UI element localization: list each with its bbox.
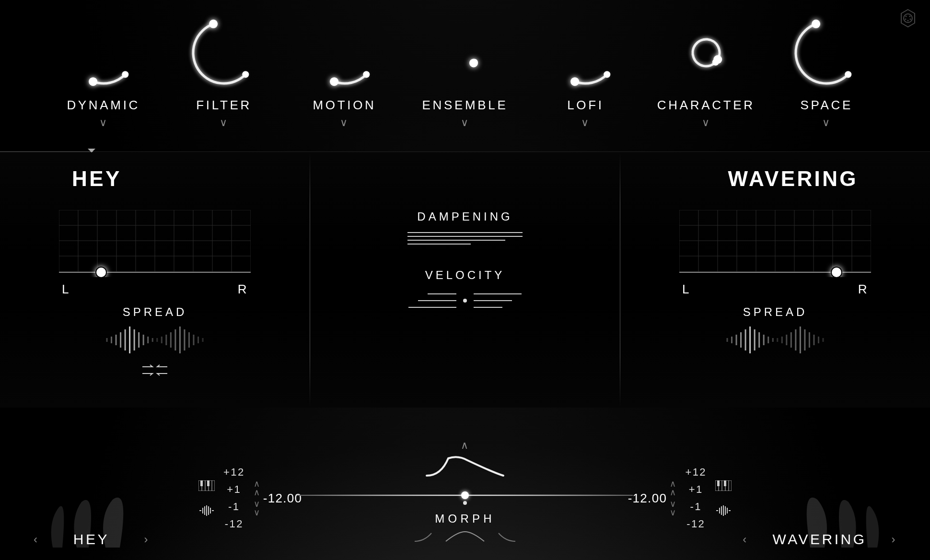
morph-slider[interactable] — [297, 488, 633, 502]
knob-dial[interactable] — [783, 10, 870, 96]
source-selector-right: ‹ WAVERING › — [743, 531, 896, 548]
svg-point-78 — [831, 267, 842, 277]
knob-label: DYNAMIC — [67, 98, 140, 113]
pitch-block-right: +12+1-1-12 -12.00 ∧∧∨∨ — [607, 465, 732, 531]
mid-panel: HEY L R SPREAD DAMPENING VE — [0, 152, 930, 408]
pan-right-L: L — [682, 282, 690, 297]
chevron-down-icon[interactable]: ∨ — [581, 117, 590, 128]
knob-row: DYNAMIC ∨ FILTER ∨ MOTION ∨ ENSEMBLE ∨ L… — [0, 0, 930, 149]
envelope-icon[interactable] — [422, 454, 508, 480]
svg-rect-120 — [717, 480, 720, 486]
knob-space: SPACE ∨ — [774, 10, 879, 128]
morph-curve-selector[interactable] — [412, 529, 518, 544]
divider — [0, 152, 930, 152]
knob-dial[interactable] — [542, 10, 628, 96]
knob-dial[interactable] — [302, 10, 388, 96]
pitch-step-button[interactable]: -1 — [682, 500, 709, 514]
waveform-icon[interactable] — [198, 505, 215, 516]
keyboard-icon[interactable] — [715, 480, 732, 491]
right-column: WAVERING L R SPREAD — [620, 152, 930, 408]
keyboard-icon[interactable] — [198, 480, 215, 491]
svg-point-18 — [713, 55, 722, 64]
pitch-step-button[interactable]: +1 — [221, 482, 248, 497]
chevron-down-icon[interactable]: ∨ — [702, 117, 710, 128]
svg-rect-121 — [724, 480, 726, 486]
svg-point-8 — [89, 77, 97, 86]
chevron-down-icon[interactable]: ∨ — [99, 117, 108, 128]
pan-left-L: L — [62, 282, 70, 297]
tune-stepper-right[interactable]: ∧∧∨∨ — [670, 479, 676, 517]
knob-label: SPACE — [800, 98, 853, 113]
knob-label: ENSEMBLE — [422, 98, 508, 113]
bottom-panel: ‹ HEY › +12+1-1-12 ∧∧∨∨ -12.00 ∧ MORPH — [0, 408, 930, 560]
svg-point-15 — [604, 71, 611, 78]
morph-label: MORPH — [297, 512, 633, 525]
chevron-down-icon[interactable]: ∨ — [822, 117, 831, 128]
svg-point-12 — [330, 77, 338, 86]
knob-ensemble: ENSEMBLE ∨ — [412, 10, 518, 128]
chevron-down-icon[interactable]: ∨ — [461, 117, 469, 128]
svg-point-38 — [96, 267, 106, 277]
knob-label: LOFI — [567, 98, 604, 113]
source-name-right[interactable]: WAVERING — [757, 531, 882, 548]
chevron-down-icon[interactable]: ∨ — [340, 117, 349, 128]
left-column: HEY L R SPREAD — [0, 152, 310, 408]
prev-source-right[interactable]: ‹ — [743, 533, 747, 546]
pitch-step-button[interactable]: +12 — [221, 465, 248, 479]
tune-value-right[interactable]: -12.00 — [628, 491, 667, 506]
pan-right[interactable]: L R SPREAD — [679, 210, 871, 377]
preset-name-right: WAVERING — [728, 167, 858, 191]
svg-point-14 — [469, 58, 478, 67]
next-source-right[interactable]: › — [892, 533, 896, 546]
svg-rect-107 — [207, 480, 209, 486]
svg-point-9 — [242, 71, 249, 78]
pitch-step-button[interactable]: +12 — [682, 465, 709, 479]
knob-dial[interactable] — [422, 10, 508, 96]
spread-viz-left[interactable] — [102, 326, 208, 354]
waveform-icon[interactable] — [715, 505, 732, 516]
velocity-label: VELOCITY — [393, 268, 537, 282]
convergence-icon-left[interactable] — [140, 363, 169, 377]
source-selector-left: ‹ HEY › — [34, 531, 149, 548]
pitch-step-button[interactable]: -12 — [221, 517, 248, 531]
pitch-step-button[interactable]: -12 — [682, 517, 709, 531]
chevron-down-icon[interactable]: ∨ — [220, 117, 228, 128]
knob-motion: MOTION ∨ — [292, 10, 397, 128]
prev-source-left[interactable]: ‹ — [34, 533, 38, 546]
pitch-step-button[interactable]: +1 — [682, 482, 709, 497]
pan-left-R: R — [238, 282, 248, 297]
spread-viz-right[interactable] — [722, 326, 828, 354]
svg-point-10 — [209, 20, 218, 28]
knob-dial[interactable] — [663, 10, 749, 96]
knob-label: CHARACTER — [657, 98, 755, 113]
tune-value-left[interactable]: -12.00 — [263, 491, 302, 506]
knob-dial[interactable] — [60, 10, 147, 96]
pitch-step-button[interactable]: -1 — [221, 500, 248, 514]
knob-lofi: LOFI ∨ — [533, 10, 638, 128]
svg-point-16 — [571, 77, 580, 86]
morph-handle[interactable] — [461, 491, 469, 499]
knob-label: FILTER — [196, 98, 252, 113]
knob-dynamic: DYNAMIC ∨ — [51, 10, 156, 128]
center-column: DAMPENING VELOCITY — [310, 152, 620, 408]
dampening-label: DAMPENING — [393, 210, 537, 223]
morph-expand[interactable]: ∧ — [297, 439, 633, 452]
morph-section: ∧ MORPH — [297, 439, 633, 546]
svg-point-20 — [812, 20, 820, 28]
preset-name-left: HEY — [72, 167, 122, 191]
svg-rect-106 — [200, 480, 203, 486]
knob-character: CHARACTER ∨ — [653, 10, 759, 128]
svg-point-19 — [845, 71, 851, 78]
pan-left[interactable]: L R SPREAD — [59, 210, 251, 377]
tune-stepper-left[interactable]: ∧∧∨∨ — [254, 479, 260, 517]
svg-point-7 — [122, 71, 128, 78]
knob-label: MOTION — [313, 98, 376, 113]
knob-dial[interactable] — [181, 10, 267, 96]
dampening-slider[interactable] — [407, 232, 523, 245]
spread-label-right: SPREAD — [679, 305, 871, 319]
pan-right-R: R — [858, 282, 868, 297]
velocity-slider[interactable] — [393, 291, 537, 311]
source-name-left[interactable]: HEY — [48, 531, 134, 548]
knob-filter: FILTER ∨ — [171, 10, 277, 128]
spread-label-left: SPREAD — [59, 305, 251, 319]
